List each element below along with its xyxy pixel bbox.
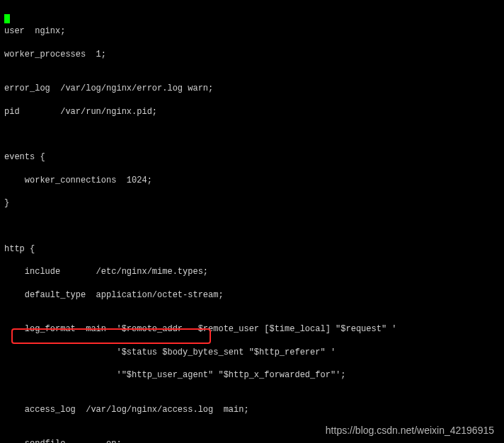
config-line: events { — [4, 151, 500, 163]
config-line: worker_processes 1; — [4, 49, 500, 60]
config-line: pid /var/run/nginx.pid; — [4, 106, 500, 117]
config-line: '$status $body_bytes_sent "$http_referer… — [4, 347, 500, 358]
config-line: sendfile on; — [4, 438, 500, 443]
cursor-block — [4, 14, 10, 23]
config-line: user nginx; — [4, 25, 500, 37]
config-line: error_log /var/log/nginx/error.log warn; — [4, 83, 500, 94]
config-line: access_log /var/log/nginx/access.log mai… — [4, 404, 500, 415]
config-line: '"$http_user_agent" "$http_x_forwarded_f… — [4, 369, 500, 381]
config-line: include /etc/nginx/mime.types; — [4, 266, 500, 277]
watermark-text: https://blog.csdn.net/weixin_42196915 — [326, 424, 494, 437]
config-line: http { — [4, 243, 500, 255]
config-line: worker_connections 1024; — [4, 175, 500, 186]
config-line: log_format main '$remote_addr - $remote_… — [4, 323, 500, 335]
config-line: default_type application/octet-stream; — [4, 289, 500, 301]
config-line: } — [4, 197, 500, 209]
terminal-editor[interactable]: user nginx; worker_processes 1; error_lo… — [0, 0, 504, 443]
